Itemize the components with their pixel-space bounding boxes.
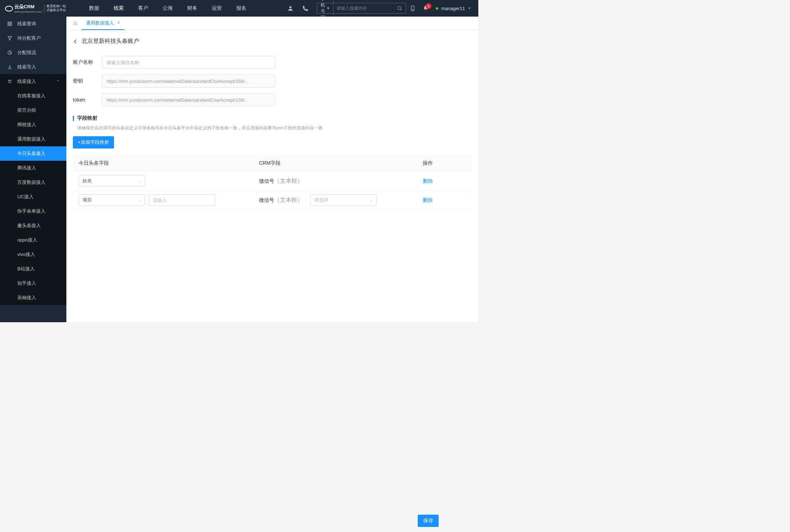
field-name-input[interactable]: [149, 194, 215, 206]
user-icon[interactable]: [283, 5, 298, 12]
topnav-item-3[interactable]: 公海: [155, 0, 180, 17]
chevron-up-icon: ⌃: [56, 80, 59, 84]
sidebar-subitem-3[interactable]: 通用数据接入: [0, 132, 66, 146]
mobile-icon[interactable]: [410, 5, 416, 11]
sidebar-subitem-5[interactable]: 腾讯接入: [0, 161, 66, 175]
page-header: 北京昱新科技头条账户: [73, 37, 472, 45]
table-row: 项目⌄微信号（文本框）请选择⌄删除: [73, 191, 472, 210]
sidebar-subitem-10[interactable]: oppo接入: [0, 233, 66, 247]
top-nav: 数据线索客户公海财务运营报名: [82, 0, 283, 17]
search-icon[interactable]: [394, 6, 406, 11]
secret-label: 密钥: [73, 78, 102, 84]
logo[interactable]: 云朵CRM www.yunduocrm.com 教育机构一站式服务云平台: [0, 0, 71, 17]
sidebar-subitem-11[interactable]: vivo接入: [0, 247, 66, 262]
crm-field-name: 微信号: [259, 197, 274, 203]
logo-brand: 云朵CRM: [14, 4, 42, 10]
chevron-down-icon: ⌄: [370, 198, 373, 202]
sidebar-subitem-9[interactable]: 趣头条接入: [0, 218, 66, 233]
crm-field-name: 微信号: [259, 178, 274, 184]
sidebar-item-3[interactable]: 线索导入: [0, 60, 66, 74]
column-toutiao: 今日头条字段: [79, 160, 259, 167]
tab-label: 通用数据接入: [86, 20, 114, 26]
svg-rect-4: [8, 22, 9, 23]
search-box: 手机号码▼: [317, 3, 406, 14]
svg-rect-7: [10, 24, 12, 26]
chevron-down-icon: ⌄: [138, 179, 141, 183]
sidebar-subitem-4[interactable]: 今日头条接入: [0, 146, 66, 161]
top-header: 云朵CRM www.yunduocrm.com 教育机构一站式服务云平台 数据线…: [0, 0, 478, 17]
close-icon[interactable]: ✕: [117, 21, 120, 25]
column-crm: CRM字段: [259, 160, 423, 167]
sidebar-subitem-2[interactable]: 网校接入: [0, 118, 66, 132]
plug-icon: [7, 79, 13, 84]
section-title: 字段映射: [77, 115, 97, 121]
user-menu[interactable]: manager11 ▼: [436, 6, 471, 11]
table-header: 今日头条字段 CRM字段 操作: [73, 155, 472, 172]
bell-icon[interactable]: 5: [423, 5, 429, 11]
account-label: 账户名称: [73, 59, 102, 66]
sidebar-subitem-0[interactable]: 在线客服接入: [0, 89, 66, 103]
sidebar-subitem-13[interactable]: 知乎接入: [0, 276, 66, 291]
grid-icon: [7, 21, 13, 26]
section-description: 请确保您在此填写的头条自定义字段名称与在今日头条平台中自定义的字段名称一致，并且…: [73, 125, 472, 131]
main-content: 通用数据接入 ✕ 北京昱新科技头条账户 账户名称 密钥 token: [66, 17, 478, 322]
export-icon: [7, 65, 13, 70]
topnav-item-0[interactable]: 数据: [82, 0, 106, 17]
search-input[interactable]: [334, 6, 394, 11]
svg-rect-5: [10, 22, 12, 23]
topnav-item-4[interactable]: 财务: [180, 0, 205, 17]
topnav-item-2[interactable]: 客户: [131, 0, 155, 17]
token-label: token: [73, 97, 102, 103]
mapping-table: 今日头条字段 CRM字段 操作 姓名⌄微信号（文本框）删除项目⌄微信号（文本框）…: [73, 155, 472, 210]
back-icon[interactable]: [73, 39, 78, 44]
sidebar: 线索查询待分配客户分配情况线索导入线索接入⌃在线客服接入留言分组网校接入通用数据…: [0, 17, 66, 322]
svg-point-0: [289, 6, 291, 8]
add-mapping-button[interactable]: +添加字段映射: [73, 136, 114, 148]
topnav-item-6[interactable]: 报名: [229, 0, 254, 17]
sidebar-item-1[interactable]: 待分配客户: [0, 31, 66, 45]
phone-icon[interactable]: [298, 5, 313, 12]
section-indicator: [73, 116, 74, 121]
account-input[interactable]: [102, 56, 275, 69]
cloud-icon: [5, 4, 13, 12]
username: manager11: [441, 6, 465, 11]
sidebar-subitem-12[interactable]: B站接入: [0, 262, 66, 276]
secret-input[interactable]: [102, 75, 275, 88]
tab-menu-icon[interactable]: [69, 21, 82, 26]
sidebar-subitem-14[interactable]: 美柚接入: [0, 291, 66, 305]
page-title: 北京昱新科技头条账户: [82, 37, 139, 45]
crm-field-type: （文本框）: [274, 197, 303, 203]
filter-icon: [7, 36, 13, 41]
sidebar-subitem-7[interactable]: UC接入: [0, 190, 66, 204]
tab-bar: 通用数据接入 ✕: [66, 17, 478, 30]
chevron-down-icon: ▼: [468, 6, 471, 10]
logo-url: www.yunduocrm.com: [14, 10, 42, 13]
svg-point-3: [413, 9, 413, 10]
chevron-down-icon: ⌄: [138, 198, 141, 202]
sidebar-item-2[interactable]: 分配情况: [0, 45, 66, 60]
crm-option-select[interactable]: 请选择⌄: [310, 194, 377, 206]
status-dot: [436, 7, 438, 10]
column-action: 操作: [423, 160, 466, 167]
notification-badge: 5: [426, 3, 431, 9]
tab-active[interactable]: 通用数据接入 ✕: [82, 17, 124, 30]
sidebar-subitem-8[interactable]: 快手表单接入: [0, 204, 66, 218]
sidebar-item-clue-access[interactable]: 线索接入⌃: [0, 74, 66, 89]
svg-point-1: [398, 6, 401, 9]
topnav-item-1[interactable]: 线索: [106, 0, 131, 17]
toutiao-field-select[interactable]: 项目⌄: [79, 194, 145, 206]
sidebar-subitem-1[interactable]: 留言分组: [0, 103, 66, 118]
delete-link[interactable]: 删除: [423, 197, 433, 203]
svg-rect-6: [8, 24, 9, 26]
topnav-item-5[interactable]: 运营: [205, 0, 229, 17]
toutiao-field-select[interactable]: 姓名⌄: [79, 175, 145, 187]
delete-link[interactable]: 删除: [423, 178, 433, 184]
token-input[interactable]: [102, 93, 275, 106]
logo-subtitle: 教育机构一站式服务云平台: [44, 4, 66, 12]
table-row: 姓名⌄微信号（文本框）删除: [73, 172, 472, 191]
crm-field-type: （文本框）: [274, 178, 303, 184]
sidebar-subitem-6[interactable]: 百度数据接入: [0, 175, 66, 190]
sidebar-item-0[interactable]: 线索查询: [0, 17, 66, 31]
pie-icon: [7, 50, 13, 55]
